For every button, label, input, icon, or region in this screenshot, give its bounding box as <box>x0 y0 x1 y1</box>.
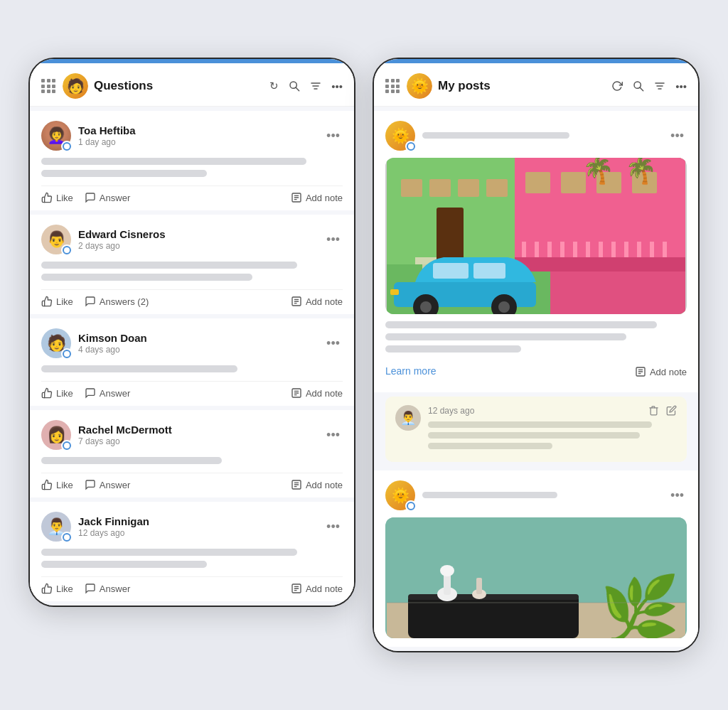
more-btn-jack[interactable]: ••• <box>323 518 343 536</box>
edit-icon[interactable] <box>666 405 677 416</box>
svg-rect-56 <box>650 242 654 257</box>
like-btn-edward[interactable]: Like <box>41 296 73 307</box>
answer-btn-toa[interactable]: Answer <box>85 192 130 203</box>
user-info-rachel: Rachel McDermott 7 days ago <box>78 424 323 446</box>
header-icons-right: ••• <box>611 80 687 92</box>
refresh-icon[interactable]: ↻ <box>269 80 279 92</box>
search-icon[interactable] <box>289 80 300 92</box>
question-item-jack: 👨‍💼 Jack Finnigan 12 days ago ••• <box>30 502 354 601</box>
grid-icon-right[interactable] <box>385 79 400 93</box>
more-icon-header-right[interactable]: ••• <box>675 80 687 92</box>
questions-list: 👩‍🦱 Toa Heftiba 1 day ago ••• <box>30 107 354 606</box>
delete-icon[interactable] <box>648 405 659 416</box>
like-btn-jack[interactable]: Like <box>41 583 73 594</box>
note-card: 👨‍💼 12 days ago <box>385 397 687 462</box>
user-time-rachel: 7 days ago <box>78 436 323 446</box>
more-icon-header-left[interactable]: ••• <box>331 80 343 92</box>
svg-rect-48 <box>547 242 552 257</box>
post1-user-info <box>422 128 668 144</box>
avatar-rachel: 👩 <box>41 420 71 450</box>
user-time-kimson: 4 days ago <box>78 345 323 355</box>
like-btn-rachel[interactable]: Like <box>41 479 73 490</box>
svg-rect-62 <box>473 263 505 279</box>
note-btn-jack[interactable]: Add note <box>291 583 343 594</box>
svg-point-66 <box>498 301 510 313</box>
user-name-toa: Toa Heftiba <box>78 124 323 136</box>
user-time-toa: 1 day ago <box>78 137 323 147</box>
svg-rect-46 <box>522 242 526 257</box>
answer-btn-jack[interactable]: Answer <box>85 583 130 594</box>
post2-user-info <box>422 488 668 503</box>
svg-rect-49 <box>560 242 564 257</box>
content-lines-edward <box>41 262 343 281</box>
user-info-jack: Jack Finnigan 12 days ago <box>78 515 323 538</box>
action-bar-rachel: Like Answer Add note <box>41 473 343 490</box>
myposts-header: 🌞 My posts ••• <box>374 63 698 107</box>
like-btn-toa[interactable]: Like <box>41 192 73 203</box>
content-lines-toa <box>41 158 343 177</box>
answer-btn-kimson[interactable]: Answer <box>85 387 130 399</box>
svg-text:🌴: 🌴 <box>582 158 614 185</box>
more-btn-post2[interactable]: ••• <box>668 487 687 505</box>
refresh-icon-right[interactable] <box>611 80 623 92</box>
avatar-kimson: 🧑 <box>41 328 71 358</box>
questions-title: Questions <box>94 79 269 93</box>
user-info-kimson: Kimson Doan 4 days ago <box>78 332 323 355</box>
svg-rect-39 <box>458 179 479 197</box>
content-lines-kimson <box>41 365 343 372</box>
question-item-rachel: 👩 Rachel McDermott 7 days ago ••• Li <box>30 410 354 497</box>
questions-header: 🧑 Questions ↻ ••• <box>30 63 354 107</box>
svg-rect-53 <box>611 242 616 257</box>
user-name-edward: Edward Cisneros <box>78 228 323 240</box>
header-avatar-left: 🧑 <box>63 73 88 99</box>
svg-rect-75 <box>408 594 579 600</box>
action-bar-edward: Like Answers (2) Add note <box>41 289 343 307</box>
note-btn-toa[interactable]: Add note <box>291 192 343 203</box>
avatar-jack: 👨‍💼 <box>41 512 71 542</box>
filter-icon[interactable] <box>310 80 321 92</box>
answer-btn-edward[interactable]: Answers (2) <box>85 296 149 307</box>
svg-rect-61 <box>433 263 469 279</box>
myposts-list: 🌞 ••• <box>374 107 698 651</box>
myposts-title: My posts <box>438 79 611 93</box>
action-bar-toa: Like Answer Add note <box>41 185 343 203</box>
note-content: 12 days ago <box>428 405 677 453</box>
note-btn-kimson[interactable]: Add note <box>291 387 343 399</box>
user-name-rachel: Rachel McDermott <box>78 424 323 436</box>
svg-rect-55 <box>637 242 641 257</box>
svg-rect-50 <box>573 242 577 257</box>
note-header: 12 days ago <box>428 405 677 416</box>
questions-phone: 🧑 Questions ↻ ••• 👩‍🦱 <box>28 58 355 607</box>
like-btn-kimson[interactable]: Like <box>41 387 73 399</box>
svg-text:🌿: 🌿 <box>600 571 680 638</box>
note-btn-edward[interactable]: Add note <box>291 296 343 307</box>
svg-rect-47 <box>535 242 539 257</box>
note-icons <box>648 405 677 416</box>
note-btn-rachel[interactable]: Add note <box>291 479 343 490</box>
post1-image: 🌴 🌴 <box>385 158 687 314</box>
answer-btn-rachel[interactable]: Answer <box>85 479 130 490</box>
svg-rect-67 <box>390 289 399 295</box>
content-lines-rachel <box>41 457 343 464</box>
svg-rect-57 <box>663 242 667 257</box>
more-btn-toa[interactable]: ••• <box>323 127 343 145</box>
svg-rect-38 <box>429 179 451 197</box>
svg-point-78 <box>440 565 454 576</box>
more-btn-edward[interactable]: ••• <box>323 231 343 249</box>
more-btn-kimson[interactable]: ••• <box>323 335 343 353</box>
note-btn-post1[interactable]: Add note <box>635 366 687 377</box>
avatar-edward: 👨 <box>41 225 71 254</box>
svg-point-64 <box>420 301 432 313</box>
svg-rect-80 <box>476 578 482 594</box>
post1-text-lines <box>385 321 687 353</box>
svg-rect-45 <box>515 257 685 271</box>
avatar-post1: 🌞 <box>385 121 415 151</box>
more-btn-rachel[interactable]: ••• <box>323 426 343 444</box>
question-item-edward: 👨 Edward Cisneros 2 days ago ••• <box>30 215 354 314</box>
filter-icon-right[interactable] <box>654 80 665 92</box>
more-btn-post1[interactable]: ••• <box>668 127 687 145</box>
learn-more-link[interactable]: Learn more <box>385 365 437 377</box>
note-time: 12 days ago <box>428 406 474 416</box>
search-icon-right[interactable] <box>633 80 644 92</box>
grid-icon[interactable] <box>41 79 55 93</box>
